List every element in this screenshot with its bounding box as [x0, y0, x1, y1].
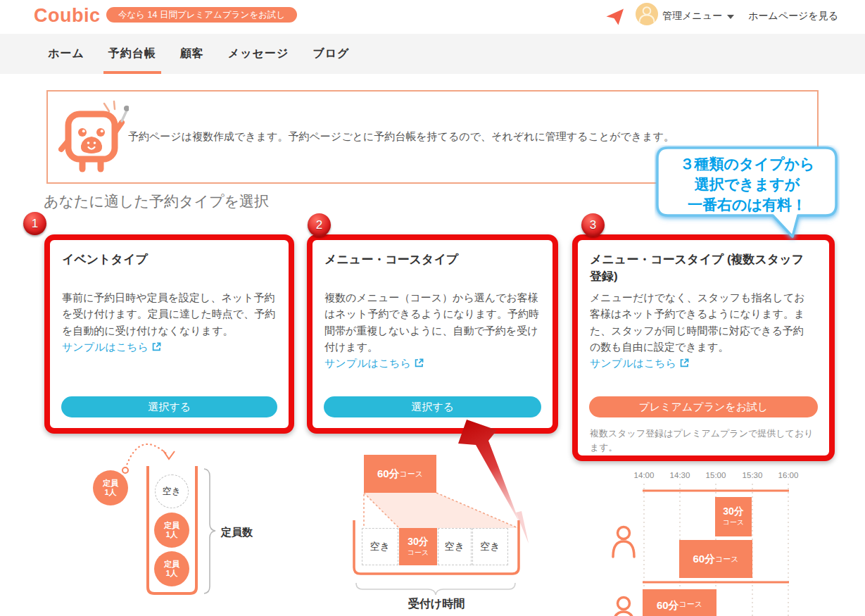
card-description: 複数のメニュー（コース）から選んでお客様はネット予約できるようになります。予約時… — [324, 291, 539, 353]
step-badge-2: 2 — [308, 213, 331, 237]
capacity-count-label: 定員数 — [221, 526, 253, 539]
step-badge-3: 3 — [581, 213, 605, 237]
empty-slot: 空き — [472, 528, 508, 565]
caret-down-icon — [727, 15, 734, 19]
card-event-type: イベントタイプ 事前に予約日時や定員を設定し、ネット予約を受け付けます。定員に達… — [44, 234, 294, 434]
time-tick: 14:30 — [664, 471, 695, 479]
card-title: メニュー・コースタイプ (複数スタッフ登録) — [590, 251, 814, 285]
card-title: イベントタイプ — [62, 251, 286, 268]
external-link-icon — [414, 358, 424, 368]
top-header: Coubic 今なら 14 日間プレミアムプランをお試し 管理メニュー ホームペ… — [0, 0, 865, 34]
admin-menu-label: 管理メニュー — [662, 10, 722, 23]
tab-blog[interactable]: ブログ — [312, 34, 349, 74]
tab-customers[interactable]: 顧客 — [180, 34, 204, 74]
trial-badge-button[interactable]: 今なら 14 日間プレミアムプランをお試し — [106, 7, 297, 23]
tab-reservation-book[interactable]: 予約台帳 — [108, 34, 156, 74]
capacity-unit-circle: 定員1人 — [154, 551, 189, 586]
view-homepage-link[interactable]: ホームページを見る — [748, 10, 838, 23]
info-banner: 予約ページは複数作成できます。予約ページごとに予約台帳を持てるので、それぞれに管… — [46, 90, 819, 184]
premium-trial-button[interactable]: プレミアムプランをお試し — [589, 396, 818, 417]
card-menu-course-type: メニュー・コースタイプ 複数のメニュー（コース）から選んでお客様はネット予約でき… — [307, 234, 558, 434]
empty-slot: 空き — [438, 528, 472, 565]
paper-plane-icon[interactable] — [605, 8, 625, 26]
select-button[interactable]: 選択する — [324, 396, 541, 417]
annotation-arrow — [458, 420, 529, 543]
select-button[interactable]: 選択する — [61, 396, 277, 417]
staff-person-icon — [613, 527, 634, 558]
card-description: メニューだけでなく、スタッフも指名してお客様はネット予約できるようになります。ま… — [590, 291, 805, 353]
accept-time-label: 受付け時間 — [396, 597, 476, 612]
coubic-logo[interactable]: Coubic — [34, 5, 101, 27]
empty-slot-circle: 空き — [155, 474, 189, 508]
admin-menu-dropdown[interactable]: 管理メニュー — [662, 10, 734, 23]
page: Coubic 今なら 14 日間プレミアムプランをお試し 管理メニュー ホームペ… — [0, 0, 865, 616]
time-tick: 16:00 — [773, 471, 804, 479]
card-menu-course-multistaff-type: メニュー・コースタイプ (複数スタッフ登録) メニューだけでなく、スタッフも指名… — [572, 234, 835, 461]
time-tick: 15:30 — [737, 471, 768, 479]
empty-slot: 空き — [362, 528, 398, 565]
step-badge-1: 1 — [23, 212, 46, 235]
card-title: メニュー・コースタイプ — [324, 251, 548, 268]
external-link-icon — [151, 341, 162, 352]
external-link-icon — [679, 358, 690, 368]
avatar[interactable] — [636, 3, 658, 25]
tab-home[interactable]: ホーム — [48, 34, 84, 74]
capacity-unit-circle: 定員1人 — [93, 470, 128, 505]
sample-link[interactable]: サンプルはこちら — [62, 339, 162, 355]
card-description: 事前に予約日時や定員を設定し、ネット予約を受け付けます。定員に達した時点で、予約… — [62, 291, 275, 337]
sample-link[interactable]: サンプルはこちら — [590, 355, 690, 371]
premium-note: 複数スタッフ登録はプレミアムプランで提供しております。 — [590, 427, 818, 455]
main-nav: ホーム 予約台帳 顧客 メッセージ ブログ — [0, 34, 865, 74]
timeline-block-60min: 60分コース — [643, 589, 716, 616]
course-30-slot: 30分コース — [399, 528, 437, 565]
page-title: あなたに適した予約タイプを選択 — [44, 191, 269, 211]
capacity-unit-circle: 定員1人 — [154, 513, 189, 548]
mascot-icon — [58, 97, 129, 176]
timeline-block-30min: 30分コース — [715, 497, 752, 536]
staff-person-icon — [613, 598, 634, 616]
time-tick: 14:00 — [629, 471, 659, 479]
time-tick: 15:00 — [700, 471, 731, 479]
sample-link[interactable]: サンプルはこちら — [324, 355, 424, 371]
banner-message: 予約ページは複数作成できます。予約ページごとに予約台帳を持てるので、それぞれに管… — [128, 92, 674, 182]
timeline-block-60min: 60分コース — [679, 540, 752, 578]
tab-messages[interactable]: メッセージ — [228, 34, 289, 74]
course-60-box: 60分コース — [364, 455, 436, 493]
